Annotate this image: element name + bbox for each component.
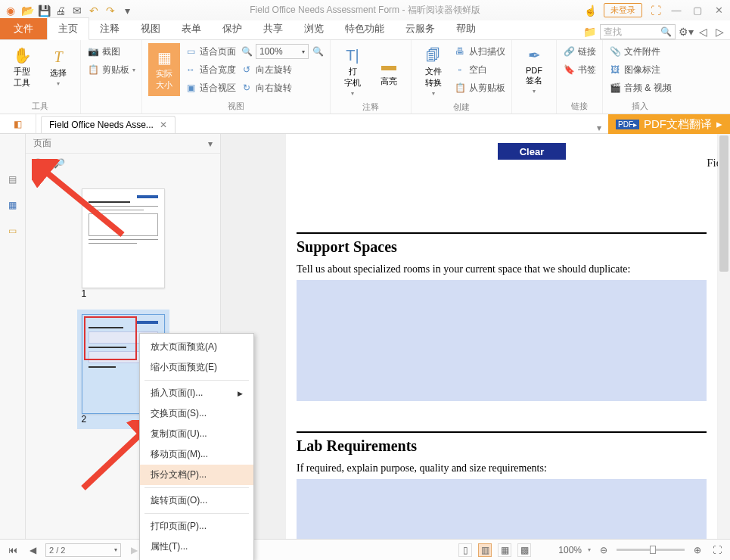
zoom-controls[interactable]: 🔍 100%▾ 🔍 — [241, 43, 324, 60]
scrollbar-thumb[interactable] — [719, 135, 728, 272]
view-cont-facing-button[interactable]: ▩ — [517, 543, 531, 557]
tab-close-icon[interactable]: ✕ — [160, 120, 167, 130]
tab-file[interactable]: 文件 — [0, 18, 47, 39]
fullscreen-button[interactable]: ⛶ — [710, 545, 724, 555]
prev-icon[interactable]: ◁ — [697, 26, 709, 38]
tab-browse[interactable]: 浏览 — [294, 18, 334, 39]
zoom-input[interactable]: 100%▾ — [256, 44, 309, 59]
lab-field[interactable] — [297, 479, 707, 543]
page-thumb-1[interactable] — [82, 188, 165, 288]
folder-icon[interactable]: 📁 — [583, 26, 595, 38]
tab-features[interactable]: 特色功能 — [334, 18, 395, 39]
settings-icon[interactable]: ⚙▾ — [680, 26, 692, 38]
tab-view[interactable]: 视图 — [130, 18, 171, 39]
ctx-swap[interactable]: 交换页面(S)... — [140, 403, 253, 424]
ctx-shrink[interactable]: 缩小页面预览(E) — [140, 357, 253, 378]
group-comment-label: 注释 — [337, 100, 405, 113]
vertical-scrollbar[interactable] — [718, 134, 730, 543]
view-facing-button[interactable]: ▦ — [498, 543, 511, 557]
hand-tool-button[interactable]: ✋ 手型 工具 — [6, 43, 38, 92]
typewriter-button[interactable]: T| 打 字机 ▾ — [337, 43, 368, 100]
av-button[interactable]: 🎬音频 & 视频 — [609, 79, 672, 96]
select-tool-button[interactable]: T 选择 ▾ — [42, 43, 74, 92]
zoom-slider-handle[interactable] — [650, 546, 656, 554]
close-button[interactable]: ✕ — [712, 5, 725, 16]
fullscreen-icon[interactable]: ⛶ — [650, 5, 662, 17]
fit-width-button[interactable]: ↔适合宽度 — [185, 61, 236, 78]
search-input[interactable]: 查找 🔍 — [600, 24, 676, 39]
pages-panel-icon[interactable]: ▦ — [5, 198, 20, 213]
blank-button[interactable]: ▫空白 — [454, 61, 505, 78]
link-button[interactable]: 🔗链接 — [563, 43, 596, 60]
rotate-left-button[interactable]: ↺向左旋转 — [241, 61, 324, 78]
zoom-out-icon[interactable]: 🔍 — [241, 45, 253, 58]
email-icon[interactable]: ✉ — [71, 5, 83, 17]
qat-more-icon[interactable]: ▾ — [121, 5, 133, 17]
comments-panel-icon[interactable]: ▭ — [5, 223, 20, 238]
minimize-button[interactable]: — — [669, 5, 683, 16]
image-annot-button[interactable]: 🖼图像标注 — [609, 61, 672, 78]
save-icon[interactable]: 💾 — [38, 5, 50, 17]
print-icon[interactable]: 🖨 — [54, 5, 67, 17]
thumb-wrapper-1[interactable]: 1 — [82, 188, 165, 299]
zoom-out-button[interactable]: ⊖ — [597, 545, 610, 555]
clear-button[interactable]: Clear — [498, 143, 566, 160]
from-scanner-button[interactable]: 🖶从扫描仪 — [454, 43, 505, 60]
ctx-move[interactable]: 移动页面(M)... — [140, 444, 253, 465]
ctx-props[interactable]: 属性(T)... — [140, 537, 253, 557]
fit-page-button[interactable]: ▭适合页面 — [185, 43, 236, 60]
login-button[interactable]: 未登录 — [604, 3, 642, 17]
undo-icon[interactable]: ↶ — [88, 5, 100, 17]
tab-share[interactable]: 共享 — [253, 18, 294, 39]
bookmarks-panel-icon[interactable]: ▤ — [5, 172, 20, 187]
panel-zoom-in-icon[interactable]: 🔍 — [33, 157, 45, 170]
pdf-sign-button[interactable]: ✒ PDF 签名 ▾ — [518, 43, 550, 98]
fit-visible-button[interactable]: ▣适合视区 — [185, 79, 236, 96]
maximize-button[interactable]: ▢ — [691, 5, 704, 16]
tab-comment[interactable]: 注释 — [89, 18, 130, 39]
search-icon[interactable]: 🔍 — [660, 26, 672, 37]
document-view[interactable]: 💡 Clear Field Office Needs Support Space… — [221, 134, 730, 543]
pdf-translate-button[interactable]: PDF▸ PDF文档翻译 ▸ — [608, 114, 730, 134]
from-clipboard-button[interactable]: 📋从剪贴板 — [454, 79, 505, 96]
tab-form[interactable]: 表单 — [171, 18, 212, 39]
page-input[interactable]: 2 / 2▾ — [45, 543, 121, 557]
clipboard-button[interactable]: 📋剪贴板▾ — [87, 61, 135, 78]
zoom-in-button[interactable]: ⊕ — [691, 545, 704, 555]
tab-protect[interactable]: 保护 — [212, 18, 253, 39]
snapshot-button[interactable]: 📷截图 — [87, 43, 135, 60]
zoom-dropdown-icon[interactable]: ▾ — [588, 546, 591, 553]
view-continuous-button[interactable]: ▥ — [478, 543, 492, 557]
attach-button[interactable]: 📎文件附件 — [609, 43, 672, 60]
actual-size-button[interactable]: ▦ 实际 大小 — [148, 43, 180, 96]
ctx-split[interactable]: 拆分文档(P)... — [140, 465, 253, 485]
rotate-right-button[interactable]: ↻向右旋转 — [241, 79, 324, 96]
bookmark-button[interactable]: 🔖书签 — [563, 61, 596, 78]
tab-dropdown-icon[interactable]: ▾ — [597, 123, 601, 133]
zoom-in-icon[interactable]: 🔍 — [312, 45, 324, 58]
prev-page-button[interactable]: ◀ — [26, 545, 39, 555]
tab-help[interactable]: 帮助 — [446, 18, 486, 39]
ctx-insert[interactable]: 插入页面(I)...▶ — [140, 383, 253, 403]
highlight-button[interactable]: ▬ 高亮 — [373, 43, 405, 100]
panel-title: 页面 — [33, 137, 51, 150]
hand-icon[interactable]: ☝ — [584, 5, 596, 17]
open-icon[interactable]: 📂 — [21, 5, 33, 17]
document-tab[interactable]: Field Office Needs Asse... ✕ — [41, 116, 176, 133]
support-field[interactable] — [297, 280, 707, 401]
ctx-print[interactable]: 打印页面(P)... — [140, 516, 253, 537]
ctx-rotate[interactable]: 旋转页面(O)... — [140, 490, 253, 511]
tab-cloud[interactable]: 云服务 — [395, 18, 446, 39]
ctx-enlarge[interactable]: 放大页面预览(A) — [140, 337, 253, 357]
zoom-slider[interactable] — [617, 549, 685, 551]
start-tab-icon[interactable]: ◧ — [0, 114, 36, 133]
redo-icon[interactable]: ↷ — [104, 5, 116, 17]
ctx-copy[interactable]: 复制页面(U)... — [140, 424, 253, 444]
panel-zoom-out-icon[interactable]: 🔎 — [53, 157, 65, 170]
view-single-button[interactable]: ▯ — [458, 543, 472, 557]
next-icon[interactable]: ▷ — [713, 26, 725, 38]
file-convert-button[interactable]: 🗐 文件 转换 ▾ — [418, 43, 449, 100]
first-page-button[interactable]: ⏮ — [6, 545, 20, 555]
tab-home[interactable]: 主页 — [47, 17, 89, 40]
panel-menu-icon[interactable]: ▾ — [208, 138, 213, 149]
